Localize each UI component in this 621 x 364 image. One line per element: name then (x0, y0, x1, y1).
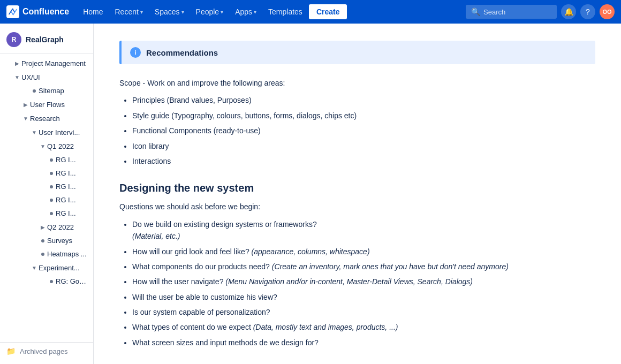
main-layout: R RealGraph ▶ Project Management ▼ UX/UI… (0, 24, 621, 364)
spaces-chevron-icon: ▾ (181, 9, 184, 15)
dot-icon (50, 158, 53, 162)
nav-recent[interactable]: Recent ▾ (109, 4, 148, 19)
list-item: How will the user navigate? (Menu Naviga… (132, 276, 595, 287)
dot-icon (41, 239, 44, 242)
sidebar-item-rg1[interactable]: RG I... (2, 153, 91, 166)
bullet-text: What components do our products need? (132, 262, 270, 271)
list-item: Icon library (132, 140, 595, 152)
collapse-icon: ▼ (39, 142, 47, 150)
sidebar-item-rg-goo[interactable]: RG: Goo... (2, 275, 91, 288)
list-item: What screen sizes and input methods de w… (132, 337, 595, 348)
bullet-text: How will the user navigate? (132, 277, 223, 286)
bullet-text: How will our grid look and feel like? (132, 247, 249, 256)
list-item: Style guide (Typography, colours, button… (132, 110, 595, 122)
dot-icon (41, 253, 44, 256)
search-box[interactable]: 🔍 Search (466, 5, 557, 19)
sidebar: R RealGraph ▶ Project Management ▼ UX/UI… (0, 24, 94, 364)
sidebar-item-label: Project Management (21, 59, 86, 67)
dot-icon (50, 280, 53, 283)
list-item: How will our grid look and feel like? (a… (132, 246, 595, 257)
workspace-header[interactable]: R RealGraph (0, 28, 93, 54)
workspace-initials: R (12, 36, 17, 43)
sidebar-item-label: Q2 2022 (47, 223, 74, 231)
sidebar-item-label: RG I... (56, 156, 76, 164)
people-chevron-icon: ▾ (221, 9, 223, 15)
sidebar-item-label: Sitemap (39, 87, 64, 95)
sidebar-item-label: Heatmaps ... (47, 250, 87, 258)
sidebar-item-uxui[interactable]: ▼ UX/UI (2, 70, 91, 84)
archived-pages-link[interactable]: 📁 Archived pages (0, 342, 93, 360)
workspace-name: RealGraph (26, 35, 64, 44)
dot-icon (50, 199, 53, 202)
sidebar-item-label: Experiment... (39, 264, 80, 272)
user-avatar[interactable]: OO (600, 4, 615, 19)
bullet-text: Will the user be able to customize his v… (132, 293, 277, 301)
nav-links: Home Recent ▾ Spaces ▾ People ▾ Apps ▾ T… (78, 4, 457, 19)
sidebar-item-label: RG I... (56, 209, 76, 217)
sidebar-item-research[interactable]: ▼ Research (2, 111, 91, 125)
recommendation-title: Recommendations (146, 48, 218, 57)
nav-people[interactable]: People ▾ (191, 4, 229, 19)
sidebar-item-rg4[interactable]: RG I... (2, 193, 91, 207)
bullet-text: What screen sizes and input methods de w… (132, 338, 319, 347)
list-item: What components do our products need? (C… (132, 261, 595, 272)
bullet-italic: (Create an inventory, mark ones that you… (272, 262, 509, 271)
collapse-icon: ▼ (21, 114, 30, 123)
sidebar-item-rg2[interactable]: RG I... (2, 166, 91, 180)
nav-templates[interactable]: Templates (263, 4, 308, 19)
notifications-button[interactable]: 🔔 (561, 4, 576, 19)
workspace-icon: R (6, 32, 21, 47)
nav-home[interactable]: Home (78, 4, 108, 19)
dot-icon (50, 172, 53, 175)
archive-icon: 📁 (6, 347, 16, 355)
info-icon: i (130, 47, 141, 58)
sidebar-item-label: User Intervi... (39, 128, 80, 136)
sidebar-item-user-flows[interactable]: ▶ User Flows (2, 97, 91, 111)
sidebar-item-experiments[interactable]: ▼ Experiment... (2, 261, 91, 275)
bullet-text: What types of content do we expect (132, 323, 251, 331)
archived-pages-label: Archived pages (20, 347, 68, 355)
search-icon: 🔍 (471, 7, 480, 16)
sidebar-item-label: UX/UI (21, 73, 40, 81)
nav-spaces[interactable]: Spaces ▾ (149, 4, 190, 19)
bullets-1-list: Principles (Brand values, Purposes) Styl… (132, 94, 595, 167)
top-navigation: Confluence Home Recent ▾ Spaces ▾ People… (0, 0, 621, 24)
bullet-text: Is our system capable of personalization… (132, 308, 270, 316)
help-button[interactable]: ? (580, 4, 595, 19)
sidebar-item-label: Q1 2022 (47, 142, 74, 150)
list-item: Principles (Brand values, Purposes) (132, 94, 595, 106)
user-initials: OO (602, 9, 611, 15)
confluence-logo[interactable]: Confluence (6, 5, 69, 18)
list-item: What types of content do we expect (Data… (132, 321, 595, 333)
collapse-icon: ▼ (30, 263, 39, 272)
topnav-right: 🔍 Search 🔔 ? OO (466, 4, 615, 19)
sidebar-item-rg5[interactable]: RG I... (2, 207, 91, 220)
expand-icon: ▶ (21, 100, 30, 109)
bullet-text: Do we build on existing design systems o… (132, 220, 317, 229)
collapse-icon: ▼ (13, 73, 21, 81)
sidebar-item-q1-2022[interactable]: ▼ Q1 2022 (2, 139, 91, 153)
sidebar-item-label: RG I... (56, 183, 76, 191)
sidebar-item-rg3[interactable]: RG I... (2, 180, 91, 193)
sidebar-item-surveys[interactable]: Surveys (2, 234, 91, 247)
expand-icon: ▶ (13, 59, 21, 67)
bullet-italic: (Menu Navigation and/or in-content, Mast… (225, 277, 473, 286)
designing-heading: Designing the new system (119, 182, 595, 194)
scope-text: Scope - Work on and improve the followin… (119, 77, 595, 89)
sidebar-item-sitemap[interactable]: Sitemap (2, 84, 91, 97)
apps-chevron-icon: ▾ (254, 9, 256, 15)
create-button[interactable]: Create (309, 4, 347, 19)
expand-icon: ▶ (39, 223, 47, 231)
content-area: i Recommendations Scope - Work on and im… (94, 24, 621, 364)
nav-apps[interactable]: Apps ▾ (230, 4, 262, 19)
bullet-italic: (appearance, columns, whitespace) (252, 247, 370, 256)
dot-icon (50, 185, 53, 188)
sidebar-item-heatmaps[interactable]: Heatmaps ... (2, 247, 91, 261)
recommendation-box: i Recommendations (119, 41, 595, 64)
svg-rect-0 (6, 5, 19, 18)
sidebar-item-q2-2022[interactable]: ▶ Q2 2022 (2, 220, 91, 234)
sidebar-item-label: Research (30, 115, 60, 123)
dot-icon (50, 212, 53, 215)
sidebar-item-user-interviews[interactable]: ▼ User Intervi... (2, 125, 91, 139)
sidebar-item-project-management[interactable]: ▶ Project Management (2, 56, 91, 70)
